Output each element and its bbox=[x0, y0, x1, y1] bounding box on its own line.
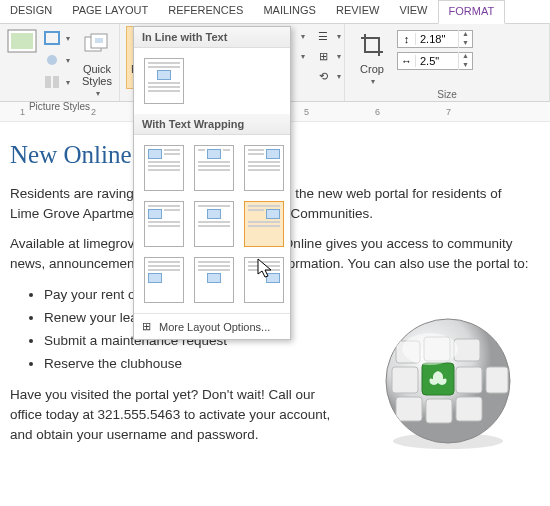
svg-point-31 bbox=[402, 333, 458, 365]
crop-label: Crop bbox=[360, 63, 384, 75]
quick-styles-icon bbox=[81, 29, 113, 61]
svg-rect-4 bbox=[45, 76, 51, 88]
position-middle-left[interactable] bbox=[144, 201, 184, 247]
popup-header-wrap: With Text Wrapping bbox=[134, 114, 290, 135]
group-button[interactable]: ⊞▾ bbox=[313, 46, 343, 66]
ribbon-tabs: DESIGN PAGE LAYOUT REFERENCES MAILINGS R… bbox=[0, 0, 550, 24]
rotate-button[interactable]: ⟲▾ bbox=[313, 66, 343, 86]
crop-button[interactable]: Crop▾ bbox=[351, 26, 393, 89]
keyboard-sphere-image bbox=[378, 311, 518, 451]
tab-format[interactable]: FORMAT bbox=[438, 0, 506, 24]
svg-rect-2 bbox=[45, 32, 59, 44]
svg-rect-26 bbox=[486, 367, 508, 393]
tab-mailings[interactable]: MAILINGS bbox=[253, 0, 326, 23]
width-down[interactable]: ▼ bbox=[458, 61, 472, 70]
paragraph-3: Have you visited the portal yet? Don't w… bbox=[10, 385, 350, 446]
svg-point-3 bbox=[47, 55, 57, 65]
picture-style-preview[interactable] bbox=[6, 26, 38, 58]
popup-header-inline: In Line with Text bbox=[134, 27, 290, 48]
width-input[interactable]: ↔▲▼ bbox=[397, 52, 473, 70]
align-icon: ☰ bbox=[315, 28, 331, 44]
group-size-label: Size bbox=[351, 89, 543, 102]
svg-rect-5 bbox=[53, 76, 59, 88]
tab-design[interactable]: DESIGN bbox=[0, 0, 62, 23]
svg-rect-29 bbox=[456, 397, 482, 421]
svg-rect-28 bbox=[426, 399, 452, 423]
more-layout-label: More Layout Options... bbox=[159, 321, 270, 333]
height-field[interactable] bbox=[416, 33, 458, 45]
svg-rect-1 bbox=[11, 33, 33, 49]
svg-rect-25 bbox=[456, 367, 482, 393]
group-icon: ⊞ bbox=[315, 48, 331, 64]
tab-review[interactable]: REVIEW bbox=[326, 0, 389, 23]
crop-icon bbox=[356, 29, 388, 61]
height-input[interactable]: ↕▲▼ bbox=[397, 30, 473, 48]
position-bottom-left[interactable] bbox=[144, 257, 184, 303]
position-dropdown: In Line with Text With Text Wrapping ⊞ M… bbox=[133, 26, 291, 340]
picture-effects-btn[interactable]: ▾ bbox=[42, 50, 72, 70]
position-bottom-right[interactable] bbox=[244, 257, 284, 303]
width-field[interactable] bbox=[416, 55, 458, 67]
more-layout-icon: ⊞ bbox=[142, 320, 151, 333]
quick-styles-label: Quick Styles bbox=[81, 63, 113, 87]
rotate-icon: ⟲ bbox=[315, 68, 331, 84]
position-inline-option[interactable] bbox=[144, 58, 184, 104]
width-up[interactable]: ▲ bbox=[458, 52, 472, 61]
align-button[interactable]: ☰▾ bbox=[313, 26, 343, 46]
quick-styles-button[interactable]: Quick Styles▾ bbox=[76, 26, 118, 101]
tab-references[interactable]: REFERENCES bbox=[158, 0, 253, 23]
svg-rect-24 bbox=[392, 367, 418, 393]
height-up[interactable]: ▲ bbox=[458, 30, 472, 39]
position-middle-center[interactable] bbox=[194, 201, 234, 247]
position-middle-right[interactable] bbox=[244, 201, 284, 247]
height-down[interactable]: ▼ bbox=[458, 39, 472, 48]
position-top-right[interactable] bbox=[244, 145, 284, 191]
more-layout-options[interactable]: ⊞ More Layout Options... bbox=[134, 313, 290, 339]
picture-layout-btn[interactable]: ▾ bbox=[42, 72, 72, 92]
height-icon: ↕ bbox=[398, 33, 416, 45]
width-icon: ↔ bbox=[398, 55, 416, 67]
svg-rect-27 bbox=[396, 397, 422, 421]
group-picture-styles-label: Picture Styles bbox=[6, 101, 113, 114]
position-top-center[interactable] bbox=[194, 145, 234, 191]
position-bottom-center[interactable] bbox=[194, 257, 234, 303]
picture-border-btn[interactable]: ▾ bbox=[42, 28, 72, 48]
position-top-left[interactable] bbox=[144, 145, 184, 191]
tab-page-layout[interactable]: PAGE LAYOUT bbox=[62, 0, 158, 23]
tab-view[interactable]: VIEW bbox=[389, 0, 437, 23]
